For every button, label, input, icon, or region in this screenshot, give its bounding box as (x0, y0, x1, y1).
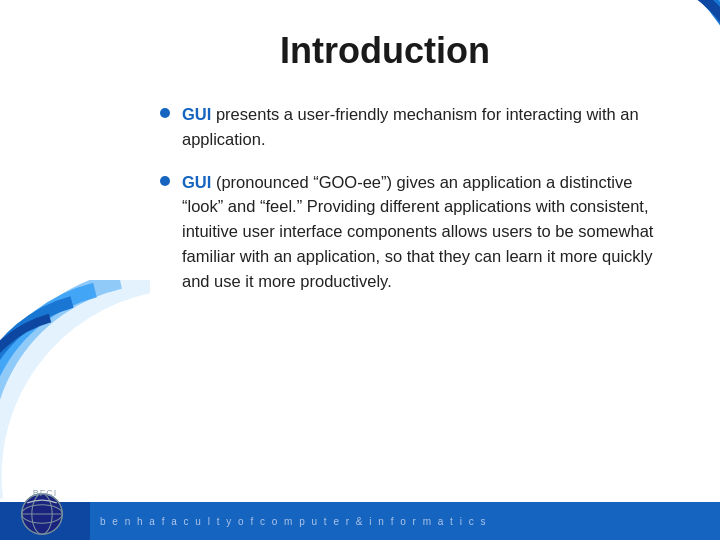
bullet-dot-1 (160, 108, 170, 118)
main-content: Introduction GUI presents a user-friendl… (0, 0, 720, 502)
bullet-dot-2 (160, 176, 170, 186)
bullet-item-2: GUI (pronounced “GOO-ee”) gives an appli… (160, 170, 670, 294)
bullet-item-1: GUI presents a user-friendly mechanism f… (160, 102, 670, 152)
slide-title: Introduction (100, 30, 670, 72)
bullet-list: GUI presents a user-friendly mechanism f… (160, 102, 670, 293)
bottom-bar-text: B e n h a f a c u l t y o f c o m p u t … (100, 516, 487, 527)
bullet-content-2: (pronounced “GOO-ee”) gives an applicati… (182, 173, 653, 290)
gui-label-2: GUI (182, 173, 211, 191)
gui-label-1: GUI (182, 105, 211, 123)
bottom-bar: B e n h a f a c u l t y o f c o m p u t … (0, 502, 720, 540)
logo-area (0, 502, 90, 540)
bullet-text-2: GUI (pronounced “GOO-ee”) gives an appli… (182, 170, 670, 294)
bullet-text-1: GUI presents a user-friendly mechanism f… (182, 102, 670, 152)
slide-container: Introduction GUI presents a user-friendl… (0, 0, 720, 540)
bfci-label: BFCI (0, 482, 90, 500)
bullet-content-1: presents a user-friendly mechanism for i… (182, 105, 639, 148)
